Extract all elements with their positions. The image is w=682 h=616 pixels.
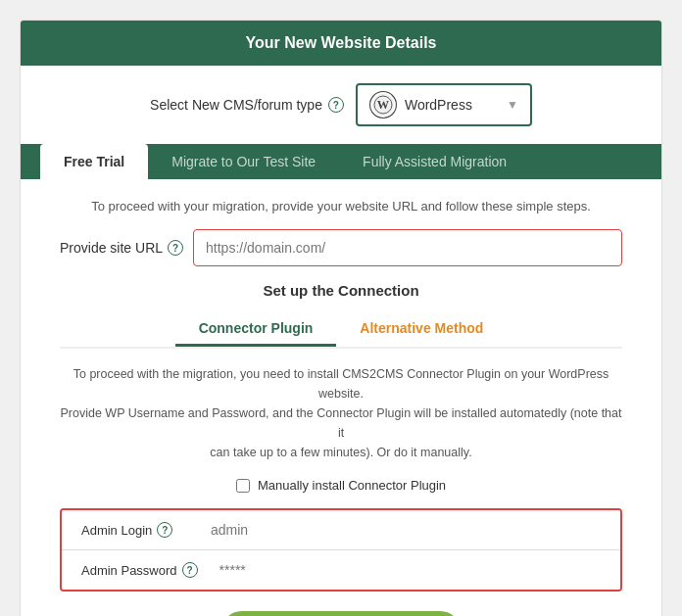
cms-select-row: Select New CMS/forum type ? W WordPress … bbox=[21, 66, 661, 144]
svg-text:W: W bbox=[377, 98, 390, 112]
tab-migrate[interactable]: Migrate to Our Test Site bbox=[148, 144, 339, 179]
instruction-text: To proceed with your migration, provide … bbox=[60, 199, 622, 213]
subtab-connector[interactable]: Connector Plugin bbox=[175, 312, 337, 347]
admin-login-label: Admin Login ? bbox=[62, 510, 199, 549]
cms-help-icon[interactable]: ? bbox=[328, 97, 344, 113]
cms-dropdown[interactable]: W WordPress ▼ bbox=[356, 83, 532, 126]
admin-login-input[interactable] bbox=[199, 510, 620, 549]
connector-description: To proceed with the migration, you need … bbox=[60, 364, 622, 462]
manual-install-checkbox[interactable] bbox=[236, 479, 250, 493]
admin-login-help-icon[interactable]: ? bbox=[157, 522, 172, 538]
wordpress-icon: W bbox=[369, 91, 397, 118]
tab-assisted[interactable]: Fully Assisted Migration bbox=[339, 144, 530, 179]
site-url-row: Provide site URL ? bbox=[60, 229, 622, 266]
connection-title: Set up the Connection bbox=[60, 282, 622, 299]
subtab-alternative[interactable]: Alternative Method bbox=[336, 312, 507, 347]
cms-selected-value: WordPress bbox=[405, 97, 499, 113]
main-container: Your New Website Details Select New CMS/… bbox=[20, 20, 662, 616]
site-url-label: Provide site URL ? bbox=[60, 240, 183, 256]
admin-password-help-icon[interactable]: ? bbox=[182, 562, 198, 578]
connection-subtabs: Connector Plugin Alternative Method bbox=[60, 312, 622, 349]
cms-chevron-icon: ▼ bbox=[507, 98, 518, 112]
main-tabs-bar: Free Trial Migrate to Our Test Site Full… bbox=[21, 144, 661, 179]
credentials-block: Admin Login ? Admin Password ? bbox=[60, 508, 622, 592]
page-header: Your New Website Details bbox=[21, 21, 661, 66]
manual-install-label: Manually install Connector Plugin bbox=[258, 478, 446, 493]
tab-free-trial[interactable]: Free Trial bbox=[40, 144, 148, 179]
admin-password-label: Admin Password ? bbox=[62, 550, 208, 590]
manual-install-row: Manually install Connector Plugin bbox=[60, 478, 622, 493]
install-connector-button[interactable]: Install Connector Plugin bbox=[221, 611, 462, 616]
admin-login-row: Admin Login ? bbox=[62, 510, 620, 549]
admin-password-row: Admin Password ? bbox=[62, 549, 620, 590]
admin-password-input[interactable] bbox=[208, 550, 620, 590]
page-title: Your New Website Details bbox=[245, 34, 436, 51]
cms-select-label: Select New CMS/forum type ? bbox=[150, 97, 344, 113]
site-url-input[interactable] bbox=[193, 229, 622, 266]
site-url-help-icon[interactable]: ? bbox=[168, 240, 183, 256]
content-area: To proceed with your migration, provide … bbox=[21, 179, 661, 616]
